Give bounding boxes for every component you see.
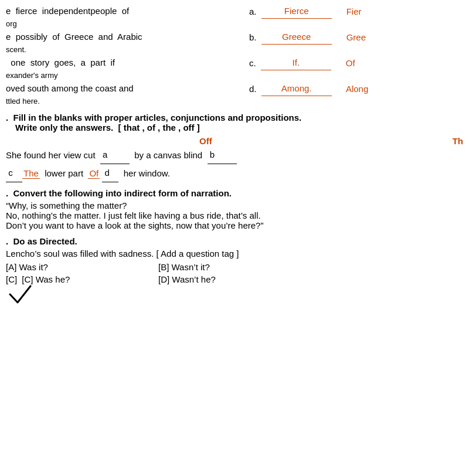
convert-line1: “Why, is something the matter? [6, 200, 463, 210]
convert-line3: Don’t you want to have a look at the sig… [6, 220, 463, 230]
option-c: [C] [C] Was he? [6, 274, 123, 284]
answer-a2: Fier [346, 6, 362, 16]
fill-sentence2: cThe lower part Of d her window. [6, 164, 463, 182]
answer-the: The [22, 168, 40, 179]
answer-b1: Greece [261, 30, 332, 45]
answer-c1: If. [261, 56, 331, 70]
th-label: Th [453, 136, 463, 146]
answer-a1: Fierce [261, 5, 332, 19]
convert-instruction: . Convert the following into indirect fo… [6, 188, 463, 198]
do-question: Lencho’s soul was filled with sadness. [… [6, 249, 463, 259]
option-d: [D] Wasn’t he? [158, 274, 276, 284]
convert-line2: No, nothing’s the matter. I just felt li… [6, 210, 463, 220]
fill-instruction1: . Fill in the blanks with proper article… [6, 113, 463, 123]
option-a: [A] Was it? [6, 262, 123, 272]
row1-right: a. Fierce Fier [246, 5, 463, 19]
row3-right: c. If. Of [246, 56, 463, 70]
do-instruction: . Do as Directed. [6, 236, 463, 246]
row2-left: e possibly of Greece and Arabic scent. [6, 30, 246, 55]
answer-d2: Along [346, 84, 368, 94]
checkmark-icon [7, 283, 33, 305]
off-label: Off [199, 136, 212, 146]
fill-sentence1: She found her view cut a by a canvas bli… [6, 146, 463, 164]
answer-d1: Among. [261, 82, 332, 96]
answer-c2: Of [346, 58, 355, 68]
row3-left: one story goes, a part if exander's army [6, 56, 246, 81]
row4-right: d. Among. Along [246, 82, 463, 96]
fill-instruction2: Write only the answers. [ that , of , th… [6, 123, 463, 132]
row2-right: b. Greece Gree [246, 30, 463, 45]
answer-b2: Gree [346, 32, 366, 42]
row4-left: oved south among the coast and ttled her… [6, 82, 246, 107]
answer-of: Of [88, 168, 100, 179]
row1-left: e fierce independentpeople of org [6, 5, 246, 29]
option-b: [B] Wasn’t it? [158, 262, 276, 272]
